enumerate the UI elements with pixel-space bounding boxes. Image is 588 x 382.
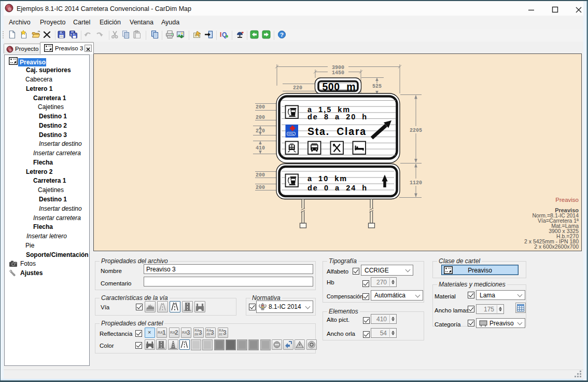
svg-text:270: 270 xyxy=(255,128,264,133)
svg-text:200: 200 xyxy=(255,104,264,110)
svg-text:200: 200 xyxy=(255,185,264,190)
svg-text:a 10 km: a 10 km xyxy=(307,174,347,183)
svg-text:500: 500 xyxy=(322,80,340,92)
svg-text:Sta. Clara: Sta. Clara xyxy=(307,126,367,137)
svg-text:Preaviso: Preaviso xyxy=(555,196,579,202)
svg-text:200: 200 xyxy=(255,114,264,120)
svg-text:200: 200 xyxy=(255,172,264,178)
svg-text:de 8 a 20 h: de 8 a 20 h xyxy=(307,113,368,121)
svg-text:I: I xyxy=(220,31,221,38)
svg-text:525: 525 xyxy=(372,84,381,89)
svg-text:2205: 2205 xyxy=(409,127,422,133)
svg-text:2 x 600x2600x700: 2 x 600x2600x700 xyxy=(534,243,579,249)
svg-text:1120: 1120 xyxy=(409,180,422,185)
svg-text:de 0 a 24 h: de 0 a 24 h xyxy=(307,183,368,192)
svg-text:m: m xyxy=(346,80,355,92)
svg-text:?: ? xyxy=(280,32,284,38)
svg-text:410: 410 xyxy=(255,145,264,151)
svg-text:1450: 1450 xyxy=(331,70,344,75)
svg-text:220: 220 xyxy=(292,85,302,90)
